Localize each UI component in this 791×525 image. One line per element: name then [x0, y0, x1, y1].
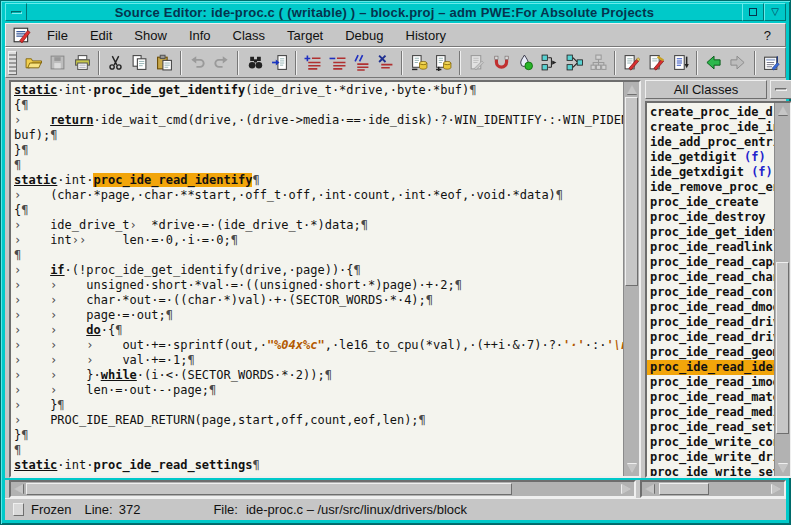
code-line[interactable]: › }¶	[14, 398, 623, 413]
uncomment-button[interactable]	[374, 51, 397, 75]
class-list-item[interactable]: proc_ide_write_driver	[647, 450, 774, 465]
redo-button[interactable]	[210, 51, 233, 75]
class-list[interactable]: create_proc_ide_drivescreate_proc_ide_in…	[647, 103, 774, 476]
class-list-item[interactable]: proc_ide_create	[647, 195, 774, 210]
code-line[interactable]: buf);¶	[14, 128, 623, 143]
class-list-item[interactable]: proc_ide_read_mate	[647, 390, 774, 405]
menu-file[interactable]: File	[36, 26, 79, 45]
code-line[interactable]: › int›› len·=·0,·i·=·0;¶	[14, 233, 623, 248]
scroll-track[interactable]	[26, 482, 619, 496]
class-list-item[interactable]: proc_ide_read_dmodel	[647, 300, 774, 315]
scroll-up-button[interactable]	[775, 103, 790, 118]
code-line[interactable]: › if·(!proc_ide_get_identify(drive,·page…	[14, 263, 623, 278]
menu-class[interactable]: Class	[222, 26, 277, 45]
list-vertical-scrollbar[interactable]	[774, 103, 790, 476]
editor-horizontal-scrollbar[interactable]	[9, 480, 636, 498]
class-filter-dropdown[interactable]: All Classes	[645, 80, 767, 99]
class-list-item[interactable]: proc_ide_write_settings	[647, 465, 774, 476]
code-line[interactable]: static·int·proc_ide_get_identify(ide_dri…	[14, 83, 623, 98]
menu-help[interactable]: ?	[754, 26, 781, 45]
code-area[interactable]: static·int·proc_ide_get_identify(ide_dri…	[11, 82, 623, 476]
code-line[interactable]: › ide_drive_t› *drive·=·(ide_drive_t·*)d…	[14, 218, 623, 233]
menu-edit[interactable]: Edit	[79, 26, 123, 45]
scroll-track[interactable]	[657, 482, 769, 496]
goto-line-button[interactable]	[268, 51, 291, 75]
code-line[interactable]: ¶	[14, 248, 623, 263]
check-in-button[interactable]	[432, 51, 455, 75]
undo-button[interactable]	[186, 51, 209, 75]
scroll-right-button[interactable]	[769, 482, 784, 496]
class-list-item[interactable]: create_proc_ide_interfaces	[647, 120, 774, 135]
class-list-item[interactable]: proc_ide_read_capacity	[647, 255, 774, 270]
code-line[interactable]: static·int·proc_ide_read_settings¶	[14, 458, 623, 473]
scroll-thumb[interactable]	[776, 262, 789, 434]
merge-tree-button[interactable]	[562, 51, 585, 75]
class-list-item[interactable]: proc_ide_destroy	[647, 210, 774, 225]
code-line[interactable]: › › › out·+=·sprintf(out,·"%04x%c",·le16…	[14, 338, 623, 353]
code-line[interactable]: › PROC_IDE_READ_RETURN(page,start,off,co…	[14, 413, 623, 428]
maximize-button[interactable]	[742, 3, 764, 21]
unindent-button[interactable]	[325, 51, 348, 75]
code-line[interactable]: }¶	[14, 143, 623, 158]
class-list-item[interactable]: ide_remove_proc_entries	[647, 180, 774, 195]
copy-button[interactable]	[128, 51, 151, 75]
code-line[interactable]: ¶	[14, 443, 623, 458]
edit-tools-button[interactable]	[644, 51, 667, 75]
code-line[interactable]: › › › val·+=·1;¶	[14, 353, 623, 368]
save-file-button[interactable]	[46, 51, 69, 75]
scroll-thumb[interactable]	[26, 483, 512, 495]
class-list-item[interactable]: proc_ide_write_config	[647, 435, 774, 450]
code-line[interactable]: › › do·{¶	[14, 323, 623, 338]
code-line[interactable]: {¶	[14, 203, 623, 218]
code-line[interactable]: › › unsigned·short·*val·=·((unsigned·sho…	[14, 278, 623, 293]
annotate-document-button[interactable]	[620, 51, 643, 75]
code-line[interactable]: › › char·*out·=·((char·*)val)·+·(SECTOR_…	[14, 293, 623, 308]
scroll-down-button[interactable]	[624, 461, 639, 476]
class-list-item[interactable]: proc_ide_read_drivers	[647, 330, 774, 345]
scroll-thumb[interactable]	[659, 483, 708, 495]
check-out-button[interactable]	[407, 51, 430, 75]
code-line[interactable]: }¶	[14, 428, 623, 443]
editor-app-icon[interactable]	[12, 26, 32, 44]
code-line[interactable]: › › }·while·(i·<·(SECTOR_WORDS·*·2));¶	[14, 368, 623, 383]
code-line[interactable]: static·int·proc_ide_read_identify¶	[14, 173, 623, 188]
list-horizontal-scrollbar[interactable]	[640, 480, 786, 498]
scroll-left-button[interactable]	[11, 482, 26, 496]
class-list-item[interactable]: proc_ide_read_media	[647, 405, 774, 420]
menu-debug[interactable]: Debug	[334, 26, 394, 45]
history-back-button[interactable]	[702, 51, 725, 75]
class-list-item[interactable]: proc_ide_read_config	[647, 285, 774, 300]
menu-history[interactable]: History	[395, 26, 457, 45]
edit-document-button[interactable]	[465, 51, 488, 75]
code-line[interactable]: {¶	[14, 98, 623, 113]
class-list-item[interactable]: ide_getxdigit (f)	[647, 165, 774, 180]
comment-button[interactable]	[350, 51, 373, 75]
scroll-down-button[interactable]	[775, 461, 790, 476]
code-line[interactable]: ¶	[14, 158, 623, 173]
class-list-item[interactable]: proc_ide_read_channel	[647, 270, 774, 285]
class-list-item[interactable]: proc_ide_read_geometry	[647, 345, 774, 360]
class-list-item[interactable]: ide_add_proc_entries	[647, 135, 774, 150]
magnet-button[interactable]	[489, 51, 512, 75]
code-line[interactable]: › › page·=·out;¶	[14, 308, 623, 323]
mark-symbol-button[interactable]	[514, 51, 537, 75]
menu-show[interactable]: Show	[123, 26, 178, 45]
properties-button[interactable]	[760, 51, 783, 75]
hierarchy-button[interactable]	[587, 51, 610, 75]
code-line[interactable]: › (char·*page,·char·**start,·off_t·off,·…	[14, 188, 623, 203]
frozen-toggle[interactable]	[13, 503, 24, 516]
expand-tree-button[interactable]	[538, 51, 561, 75]
toolbar-grip[interactable]	[8, 51, 17, 75]
cut-button[interactable]	[104, 51, 127, 75]
menu-target[interactable]: Target	[276, 26, 334, 45]
menu-info[interactable]: Info	[178, 26, 222, 45]
class-list-item[interactable]: ide_getdigit (f)	[647, 150, 774, 165]
class-list-item[interactable]: proc_ide_readlink	[647, 240, 774, 255]
find-button[interactable]	[243, 51, 266, 75]
pane-sash[interactable]	[770, 80, 791, 99]
paste-button[interactable]	[152, 51, 175, 75]
editor-vertical-scrollbar[interactable]	[623, 82, 639, 476]
code-line[interactable]: › › len·=·out·-·page;¶	[14, 383, 623, 398]
scroll-track[interactable]	[775, 118, 790, 461]
class-list-item[interactable]: proc_ide_read_driver	[647, 315, 774, 330]
